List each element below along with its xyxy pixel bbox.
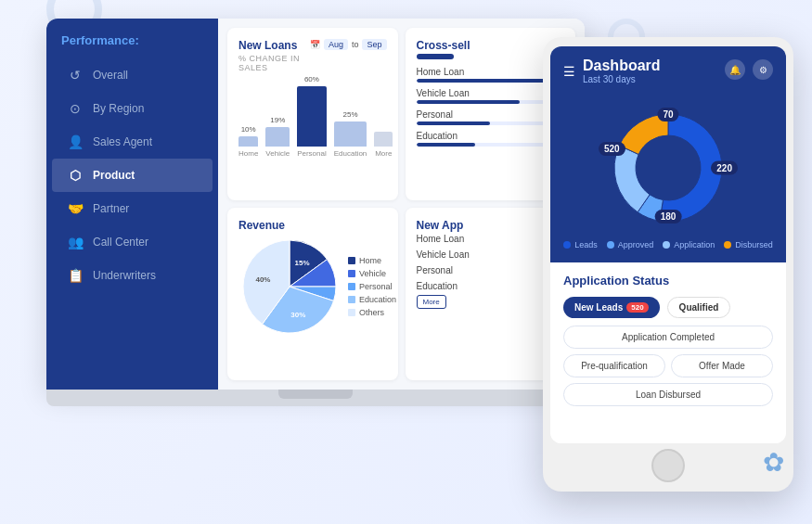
- bar-label: Vehicle: [265, 149, 290, 158]
- laptop-base: [46, 390, 585, 406]
- bar-label: Education: [334, 149, 367, 158]
- donut-legend-dot: [724, 241, 731, 249]
- pre-qualification-btn[interactable]: Pre-qualification: [563, 354, 665, 377]
- tablet-home-button[interactable]: [651, 449, 685, 482]
- bar-label: Home: [238, 149, 258, 158]
- donut-legend-dot: [563, 241, 571, 249]
- status-tabs: New Leads 520 Qualified: [563, 297, 773, 318]
- application-status-section: Application Status New Leads 520 Qualifi…: [550, 262, 786, 443]
- laptop-screen: Performance: ↺ Overall ⊙ By Region 👤 Sal…: [46, 19, 585, 390]
- legend-dot: [348, 296, 355, 303]
- bar-label: Personal: [297, 149, 327, 158]
- tablet-device: ☰ Dashboard Last 30 days 🔔 ⚙ 70 220 180 …: [543, 37, 793, 492]
- sidebar-item-label: Underwriters: [93, 269, 156, 282]
- qualified-tab[interactable]: Qualified: [667, 297, 731, 318]
- legend-item: Others: [348, 308, 396, 317]
- sidebar-item-label: Partner: [93, 202, 129, 215]
- bar-label: More: [375, 149, 392, 158]
- svg-text:40%: 40%: [255, 275, 270, 284]
- more-button[interactable]: More: [417, 295, 446, 309]
- bar-item: 10% Home: [238, 125, 258, 158]
- revenue-title: Revenue: [238, 219, 387, 232]
- sidebar-item-label: Overall: [93, 69, 128, 82]
- bar: [374, 132, 393, 147]
- date-from: Aug: [324, 39, 348, 50]
- legend-item: Education: [348, 295, 396, 304]
- new-leads-tab[interactable]: New Leads 520: [563, 297, 660, 318]
- bubble-520: 520: [599, 142, 625, 156]
- bar-chart: 10% Home 19% Vehicle 60% Personal 25% Ed…: [238, 83, 387, 158]
- tablet-subtitle: Last 30 days: [583, 74, 661, 84]
- sidebar-item-underwriters[interactable]: 📋 Underwriters: [52, 259, 213, 292]
- laptop-device: Performance: ↺ Overall ⊙ By Region 👤 Sal…: [46, 19, 585, 427]
- sidebar-item-label: Sales Agent: [93, 135, 152, 148]
- partner-icon: 🤝: [67, 201, 84, 216]
- loan-disbursed-btn[interactable]: Loan Disbursed: [563, 383, 773, 406]
- product-icon: ⬡: [67, 168, 84, 183]
- tablet-screen: ☰ Dashboard Last 30 days 🔔 ⚙ 70 220 180 …: [550, 46, 786, 443]
- call-center-icon: 👥: [67, 235, 84, 249]
- sidebar-title: Performance:: [46, 33, 218, 58]
- sidebar-item-overall[interactable]: ↺ Overall: [52, 58, 213, 92]
- plant-decoration: ✿: [763, 447, 784, 478]
- donut-legend-item: Application: [663, 240, 715, 249]
- notification-icon[interactable]: 🔔: [725, 59, 745, 80]
- donut-legend-item: Disbursed: [724, 240, 773, 249]
- crosssell-bar-fill: [417, 100, 521, 104]
- donut-legend-item: Approved: [607, 240, 654, 249]
- bar: [238, 136, 258, 147]
- crosssell-bar-fill: [417, 79, 550, 83]
- sidebar-item-call-center[interactable]: 👥 Call Center: [52, 225, 213, 259]
- sidebar-item-sales-agent[interactable]: 👤 Sales Agent: [52, 125, 213, 159]
- date-to: Sep: [362, 39, 386, 50]
- pie-chart-area: 15%30%40% HomeVehiclePersonalEducationOt…: [238, 236, 387, 338]
- tablet-header: ☰ Dashboard Last 30 days 🔔 ⚙: [550, 46, 786, 94]
- crosssell-bar-fill: [417, 143, 476, 147]
- crosssell-bar-fill: [417, 121, 491, 125]
- pie-chart: 15%30%40%: [238, 236, 341, 338]
- main-content: New Loans % CHANGE IN SALES 📅 Aug to Sep…: [218, 19, 585, 390]
- hamburger-icon[interactable]: ☰: [563, 64, 575, 79]
- sidebar-item-label: Call Center: [93, 236, 148, 249]
- bar: [297, 86, 327, 147]
- bar: [334, 121, 367, 147]
- bubble-220: 220: [711, 161, 738, 175]
- donut-legend: LeadsApprovedApplicationDisbursed: [563, 240, 773, 249]
- new-loans-card: New Loans % CHANGE IN SALES 📅 Aug to Sep…: [227, 28, 398, 200]
- donut-section: 70 220 180 520 LeadsApprovedApplicationD…: [550, 94, 786, 262]
- bubble-180: 180: [655, 210, 682, 224]
- sidebar-item-product[interactable]: ⬡ Product: [52, 159, 213, 192]
- agent-icon: 👤: [67, 134, 84, 149]
- bar-item: More: [374, 129, 393, 158]
- donut-chart-container: 70 220 180 520: [603, 103, 733, 233]
- sidebar: Performance: ↺ Overall ⊙ By Region 👤 Sal…: [46, 19, 218, 390]
- legend-dot: [348, 283, 355, 290]
- bar-item: 19% Vehicle: [265, 116, 290, 158]
- underwriters-icon: 📋: [67, 268, 84, 283]
- sidebar-item-partner[interactable]: 🤝 Partner: [52, 192, 213, 225]
- app-status-title: Application Status: [563, 274, 773, 288]
- bar-value: 19%: [270, 116, 285, 124]
- sidebar-item-label: By Region: [93, 102, 144, 115]
- bar-value: 10%: [241, 125, 256, 134]
- new-loans-subtitle: % CHANGE IN SALES: [238, 54, 310, 72]
- tablet-title: Dashboard: [583, 58, 661, 74]
- bar: [265, 127, 290, 147]
- calendar-icon: 📅: [310, 40, 320, 49]
- region-icon: ⊙: [67, 101, 84, 116]
- pie-legend: HomeVehiclePersonalEducationOthers: [348, 256, 396, 317]
- sidebar-item-by-region[interactable]: ⊙ By Region: [52, 92, 213, 125]
- cross-sell-title: Cross-sell: [417, 39, 565, 52]
- donut-legend-item: Leads: [563, 240, 598, 249]
- bar-value: 60%: [304, 75, 319, 83]
- date-range: 📅 Aug to Sep: [310, 39, 387, 50]
- settings-icon[interactable]: ⚙: [753, 59, 773, 80]
- application-completed-btn[interactable]: Application Completed: [563, 326, 773, 349]
- bar-item: 60% Personal: [297, 75, 327, 158]
- legend-dot: [348, 257, 355, 264]
- bubble-70: 70: [657, 108, 678, 121]
- offer-made-btn[interactable]: Offer Made: [671, 354, 773, 377]
- sidebar-item-label: Product: [93, 169, 135, 182]
- donut-legend-dot: [663, 241, 670, 249]
- status-buttons: Application Completed Pre-qualification …: [563, 326, 773, 406]
